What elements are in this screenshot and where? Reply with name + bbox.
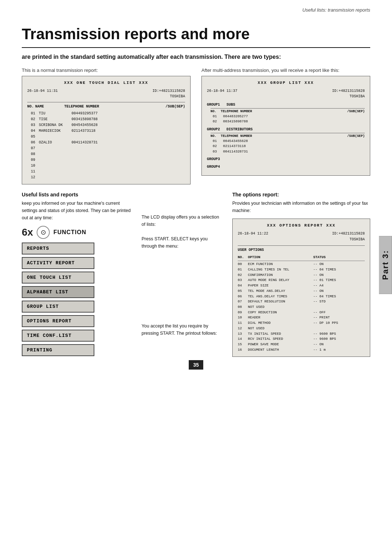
table-row: 01TIU004493295377 bbox=[27, 111, 185, 117]
table-row: 01CALLING TIMES IN TEL-- 04 TIMES bbox=[238, 267, 365, 273]
menu-button[interactable]: ACTIVITY REPORT bbox=[22, 257, 94, 269]
table-row: 02CONFIRMATION-- ON bbox=[238, 273, 365, 278]
table-row: 16DOCUMENT LENGTH-- 1 m bbox=[238, 347, 365, 353]
table-row: 07 bbox=[27, 146, 185, 151]
menu-button[interactable]: ALPHABET LIST bbox=[22, 286, 94, 298]
list-item: GROUP4 bbox=[207, 164, 365, 170]
options-box-header: XXX OPTIONS REPORT XXX bbox=[238, 223, 365, 229]
table-row: 13TX INITIAL SPEED-- 9600 BPS bbox=[238, 331, 365, 337]
options-heading: The options report: bbox=[232, 192, 370, 197]
step-number: 6x bbox=[22, 227, 33, 238]
right-report-label: After multi-address transmission, you wi… bbox=[201, 68, 370, 73]
table-row: 04PAPER SIZE-- A4 bbox=[238, 283, 365, 289]
table-row: 09COPY REDUCTION-- OFF bbox=[238, 310, 365, 315]
group-list-meta: 26-18-94 11:37 ID:+48213115828 TOSHIBA bbox=[207, 88, 365, 99]
menu-buttons-container: REPORTSACTIVITY REPORTONE TOUCH LISTALPH… bbox=[22, 243, 131, 356]
table-row: 06TEL ANS.DELAY TIMES-- 04 TIMES bbox=[238, 294, 365, 300]
group-list-header: XXX GROUP LIST XXX bbox=[207, 80, 365, 86]
table-row: 11DIAL METHOD-- DP 10 PPS bbox=[238, 321, 365, 326]
table-row: 14RCV INITIAL SPEED-- 9600 BPS bbox=[238, 337, 365, 342]
table-row: 05TEL MODE ANS.DELAY-- ON bbox=[238, 289, 365, 294]
table-row: 05 bbox=[27, 134, 185, 140]
table-row: 10HEADER-- PRINT bbox=[238, 315, 365, 321]
one-touch-cols: NO. NAME TELEPHONE NUMBER /SUB(SEP) bbox=[27, 102, 185, 109]
list-item: GROUP1 SUBSNO.TELEPHONE NUMBER/SUB(SEP)0… bbox=[207, 102, 365, 125]
table-row: 10 bbox=[27, 163, 185, 169]
menu-button[interactable]: TIME CONF.LIST bbox=[22, 330, 94, 342]
top-right-label: Useful lists: transmission reports bbox=[302, 7, 370, 13]
one-touch-meta: 26-18-94 11:31 ID:+48213115828 TOSHIBA bbox=[27, 88, 185, 99]
press-label: Press START. SELECT keys you through the… bbox=[142, 235, 221, 250]
table-row: 07DEFAULT RESOLUTION-- STD bbox=[238, 299, 365, 305]
options-rows: 00ECM FUNCTION-- ON01CALLING TIMES IN TE… bbox=[238, 262, 365, 353]
step-row: 6x ⊙ FUNCTION bbox=[22, 226, 131, 239]
useful-body: keep you informed on your fax machine's … bbox=[22, 200, 131, 221]
table-row: 02TISE003415898788 bbox=[27, 117, 185, 122]
menu-button[interactable]: OPTIONS REPORT bbox=[22, 315, 94, 327]
useful-heading: Useful lists and reports bbox=[22, 192, 131, 197]
accept-label: You accept the list you require by press… bbox=[142, 322, 221, 337]
subtitle: are printed in the standard setting auto… bbox=[22, 54, 370, 60]
left-report-label: This is a normal transmission report: bbox=[22, 68, 191, 73]
one-touch-rows: 01TIU00449329537702TISE00341589878803SCR… bbox=[27, 111, 185, 180]
table-row: 06OZALIO004114328731 bbox=[27, 140, 185, 146]
group-list-box: XXX GROUP LIST XXX 26-18-94 11:37 ID:+48… bbox=[201, 76, 370, 176]
one-touch-dial-box: XXX ONE TOUCH DIAL LIST XXX 26-18-94 11:… bbox=[22, 76, 191, 184]
function-icon: ⊙ bbox=[37, 226, 50, 239]
options-section-label: USER OPTIONS bbox=[238, 245, 365, 253]
table-row: 03AUTO MODE RING DELAY-- 01 TIMES bbox=[238, 278, 365, 283]
menu-button[interactable]: GROUP LIST bbox=[22, 301, 94, 313]
table-row: 00ECM FUNCTION-- ON bbox=[238, 262, 365, 267]
table-row: 15POWER SAVE MODE-- ON bbox=[238, 342, 365, 347]
part-tab: Part 3: bbox=[379, 236, 392, 294]
page-number: 35 bbox=[189, 360, 203, 370]
one-touch-header: XXX ONE TOUCH DIAL LIST XXX bbox=[27, 80, 185, 86]
options-cols: NO. OPTION STATUS bbox=[238, 254, 365, 261]
step-label: FUNCTION bbox=[53, 229, 86, 236]
options-body: Provides your technician with informatio… bbox=[232, 200, 370, 214]
table-row: 08 bbox=[27, 151, 185, 157]
menu-button[interactable]: REPORTS bbox=[22, 243, 94, 254]
table-row: 03SCRIBONA DK004543455628 bbox=[27, 122, 185, 128]
table-row: 12NOT USED bbox=[238, 326, 365, 331]
options-box-meta: 26-18-94 11:22 ID:+48213115828 TOSHIBA bbox=[238, 231, 365, 243]
group-sections: GROUP1 SUBSNO.TELEPHONE NUMBER/SUB(SEP)0… bbox=[207, 102, 365, 170]
table-row: 04MARGIECIOK02114373118 bbox=[27, 128, 185, 134]
table-row: 12 bbox=[27, 175, 185, 180]
list-item: GROUP3 bbox=[207, 156, 365, 162]
page-title: Transmission reports and more bbox=[22, 25, 370, 48]
table-row: 09 bbox=[27, 157, 185, 163]
menu-button[interactable]: PRINTING bbox=[22, 344, 94, 356]
menu-button[interactable]: ONE TOUCH LIST bbox=[22, 272, 94, 284]
options-report-box: XXX OPTIONS REPORT XXX 26-18-94 11:22 ID… bbox=[232, 219, 370, 357]
table-row: 11 bbox=[27, 169, 185, 175]
list-item: GROUP2 DISTRIBUTORSNO.TELEPHONE NUMBER/S… bbox=[207, 127, 365, 154]
step-description: The LCD display offers you a selection o… bbox=[142, 213, 221, 228]
table-row: 08NOT USED bbox=[238, 305, 365, 310]
